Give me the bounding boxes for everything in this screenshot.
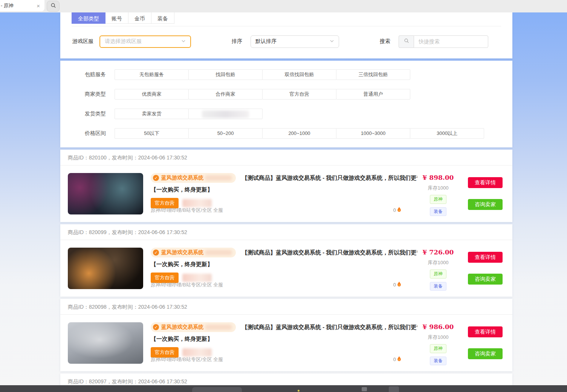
product-stock: 库存1000 — [428, 334, 449, 341]
tab-close-icon[interactable]: × — [35, 2, 41, 9]
browser-search-button[interactable] — [47, 1, 60, 12]
content-column: 全部类型 账号 金币 装备 游戏区服 请选择游戏区服 排序 默认排序 — [60, 12, 512, 389]
filter-option-label: 普通用户 — [364, 91, 383, 97]
seller-badge-label: 蓝风游戏交易系统 — [161, 324, 203, 331]
product-card: 商品ID：820099，发布时间：2024-06-06 17:30:52 ✓ 蓝… — [60, 224, 512, 297]
seller-badge: ✓ 蓝风游戏交易系统 — [151, 322, 236, 332]
product-title[interactable]: 【测试商品】蓝风游戏交易系统 - 我们只做游戏交易系统，所以我们更专业 — [242, 324, 417, 331]
filter-row-label: 包赔服务 — [85, 71, 107, 78]
filter-option-button[interactable]: 3000以上 — [410, 128, 484, 139]
product-price: ¥ 898.00 — [423, 174, 454, 181]
filter-option-button[interactable]: 找回包赔 — [188, 69, 263, 80]
product-id-line: 商品ID：820099，发布时间：2024-06-06 17:30:52 — [60, 224, 512, 240]
seller-badge-label: 蓝风游戏交易系统 — [161, 249, 203, 256]
tag-game: 原神 — [430, 270, 446, 279]
filter-option-label: 无包赔服务 — [139, 72, 164, 77]
filter-option-button[interactable]: 合作商家 — [188, 89, 263, 100]
browser-tab[interactable]: - 原神 × — [0, 0, 44, 11]
product-route: 原神/哔哩哔哩/B站专区/全区 全服 — [151, 356, 223, 363]
seller-badge: ✓ 蓝风游戏交易系统 — [151, 173, 236, 183]
filter-options-group: 无包赔服务 找回包赔 双倍找回包赔 三倍找回包赔 — [115, 69, 410, 80]
product-body: ✓ 蓝风游戏交易系统 【测试商品】蓝风游戏交易系统 - 我们只做游戏交易系统，所… — [60, 165, 512, 222]
sort-label: 排序 — [232, 38, 242, 45]
taskbar-app-icon[interactable] — [362, 387, 367, 391]
tab-gold[interactable]: 金币 — [128, 12, 151, 24]
censored-block — [205, 325, 232, 330]
heat-count: 0 — [393, 207, 396, 213]
product-route: 原神/哔哩哔哩/B站专区/全区 全服 — [151, 207, 223, 214]
product-body: ✓ 蓝风游戏交易系统 【测试商品】蓝风游戏交易系统 - 我们只做游戏交易系统，所… — [60, 240, 512, 297]
product-title[interactable]: 【测试商品】蓝风游戏交易系统 - 我们只做游戏交易系统，所以我们更专业 — [242, 249, 417, 256]
filter-option-button[interactable]: 官方自营 — [262, 89, 336, 100]
filter-options-group: 50以下 50~200 200~1000 1000~3000 3000以上 — [115, 128, 484, 139]
product-info: ✓ 蓝风游戏交易系统 【测试商品】蓝风游戏交易系统 - 我们只做游戏交易系统，所… — [151, 322, 417, 364]
product-stock: 库存1000 — [428, 259, 449, 266]
filter-option-label: 50~200 — [217, 130, 234, 136]
product-heat: 0 — [393, 281, 402, 288]
filter-option-label: 卖家发货 — [142, 111, 162, 116]
tab-equipment[interactable]: 装备 — [151, 12, 174, 24]
tag-type: 装备 — [430, 207, 446, 216]
filter-option-label: 找回包赔 — [216, 72, 235, 77]
view-details-button[interactable]: 查看详情 — [468, 326, 503, 337]
filter-options-group: 卖家发货 — [115, 109, 263, 119]
contact-seller-button[interactable]: 咨询卖家 — [468, 274, 503, 285]
product-card: 商品ID：820100，发布时间：2024-06-06 17:30:52 ✓ 蓝… — [60, 150, 512, 222]
filter-option-label: 优质商家 — [142, 91, 162, 97]
filter-option-label: 三倍找回包赔 — [359, 72, 388, 77]
censored-block — [205, 250, 232, 255]
product-card: 商品ID：820098，发布时间：2024-06-06 17:30:52 ✓ 蓝… — [60, 299, 512, 371]
contact-seller-button[interactable]: 咨询卖家 — [468, 199, 503, 210]
check-circle-icon: ✓ — [153, 324, 159, 330]
censored-block — [182, 274, 212, 282]
filter-options-group: 优质商家 合作商家 官方自营 普通用户 — [115, 89, 410, 100]
product-image[interactable] — [68, 322, 143, 364]
product-image[interactable] — [68, 173, 143, 214]
search-input[interactable] — [414, 35, 488, 48]
toolbar: 游戏区服 请选择游戏区服 排序 默认排序 搜索 — [60, 26, 512, 57]
filter-option-label: 50以下 — [144, 130, 159, 136]
search-box — [399, 35, 488, 48]
flame-icon — [397, 281, 402, 288]
filter-option-button[interactable]: 优质商家 — [115, 89, 189, 100]
tag-game: 原神 — [430, 344, 446, 353]
flame-icon — [397, 356, 402, 363]
product-id-line: 商品ID：820098，发布时间：2024-06-06 17:30:52 — [60, 299, 512, 315]
product-price: ¥ 986.00 — [423, 323, 454, 331]
filter-row-delivery: 发货类型 卖家发货 — [60, 109, 512, 119]
tab-account[interactable]: 账号 — [105, 12, 128, 24]
check-circle-icon: ✓ — [153, 250, 159, 256]
taskbar-notification-dot — [298, 390, 300, 392]
product-image[interactable] — [68, 248, 143, 289]
tab-all-types[interactable]: 全部类型 — [72, 12, 105, 24]
search-icon — [404, 38, 409, 45]
filter-option-button[interactable]: 卖家发货 — [115, 109, 189, 119]
page-background: 全部类型 账号 金币 装备 游戏区服 请选择游戏区服 排序 默认排序 — [0, 12, 567, 392]
flame-icon — [397, 207, 402, 214]
category-tabs-row: 全部类型 账号 金币 装备 — [72, 12, 501, 26]
product-title[interactable]: 【测试商品】蓝风游戏交易系统 - 我们只做游戏交易系统，所以我们更专业 — [242, 175, 417, 182]
filter-option-button[interactable]: 双倍找回包赔 — [262, 69, 336, 80]
chevron-down-icon — [181, 38, 186, 44]
taskbar-search-box[interactable] — [192, 387, 242, 392]
category-toolbar-card: 全部类型 账号 金币 装备 游戏区服 请选择游戏区服 排序 默认排序 — [60, 12, 512, 58]
view-details-button[interactable]: 查看详情 — [468, 177, 503, 188]
filter-option-button[interactable]: 普通用户 — [336, 89, 410, 100]
filter-option-button[interactable]: 50~200 — [188, 128, 263, 139]
product-buttons: 查看详情 咨询卖家 — [468, 248, 503, 289]
filter-option-button[interactable]: 50以下 — [115, 128, 189, 139]
filter-option-button[interactable]: 无包赔服务 — [115, 69, 189, 80]
server-select[interactable]: 请选择游戏区服 — [99, 35, 191, 48]
sort-select[interactable]: 默认排序 — [251, 35, 339, 48]
filter-option-button[interactable] — [188, 109, 263, 119]
filter-option-button[interactable]: 三倍找回包赔 — [336, 69, 410, 80]
product-buttons: 查看详情 咨询卖家 — [468, 322, 503, 364]
filter-option-button[interactable]: 1000~3000 — [336, 128, 410, 139]
seller-badge: ✓ 蓝风游戏交易系统 — [151, 248, 236, 257]
contact-seller-button[interactable]: 咨询卖家 — [468, 348, 503, 359]
view-details-button[interactable]: 查看详情 — [468, 252, 503, 263]
product-price-column: ¥ 898.00 库存1000 原神 装备 — [417, 173, 459, 214]
filter-option-button[interactable]: 200~1000 — [262, 128, 336, 139]
filter-row-label: 发货类型 — [85, 110, 107, 117]
taskbar-app-icon[interactable] — [389, 386, 399, 392]
